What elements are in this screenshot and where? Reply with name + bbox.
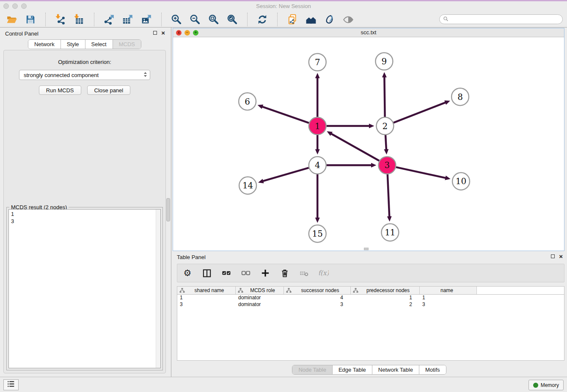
tab-select[interactable]: Select: [85, 40, 113, 49]
graph-node-14[interactable]: 14: [239, 177, 256, 194]
network-canvas[interactable]: 1234678910111415: [173, 37, 564, 251]
graph-node-label: 15: [312, 229, 323, 239]
minimize-window-icon[interactable]: [12, 3, 18, 9]
toggle-visibility-button[interactable]: [341, 13, 356, 26]
memory-button[interactable]: Memory: [528, 380, 564, 390]
add-column-button[interactable]: [259, 267, 271, 279]
canvas-resize-grip[interactable]: [364, 248, 369, 250]
zoom-in-button[interactable]: [169, 13, 184, 26]
graph-node-4[interactable]: 4: [309, 157, 326, 174]
table-tab-network-table[interactable]: Network Table: [372, 365, 419, 374]
save-session-button[interactable]: [23, 13, 38, 26]
toggle-graphics-details-button[interactable]: [322, 13, 337, 26]
close-window-icon[interactable]: [3, 3, 9, 9]
maximize-window-icon[interactable]: [21, 3, 27, 9]
graph-node-9[interactable]: 9: [375, 52, 393, 70]
graph-node-10[interactable]: 10: [452, 173, 470, 190]
graph-arrowhead: [369, 124, 374, 128]
save-session-icon: [25, 14, 36, 25]
network-minimize-icon[interactable]: −: [184, 30, 190, 36]
graph-node-7[interactable]: 7: [309, 53, 326, 71]
network-close-icon[interactable]: x: [176, 30, 182, 36]
table-row[interactable]: 3dominator323: [177, 301, 564, 308]
criterion-dropdown-value: strongly connected component: [24, 72, 143, 78]
graph-node-15[interactable]: 15: [309, 225, 326, 243]
column-header-name[interactable]: name: [420, 287, 477, 294]
criterion-dropdown[interactable]: strongly connected component: [19, 70, 150, 80]
clone-network-button[interactable]: [285, 13, 300, 26]
network-window-title: scc.txt: [173, 28, 564, 37]
graph-node-6[interactable]: 6: [239, 93, 256, 110]
column-layout-icon: [202, 268, 212, 278]
toolbar-separator: [247, 13, 248, 26]
splitter-thumb[interactable]: [166, 198, 170, 221]
select-all-checkboxes-button[interactable]: [220, 267, 232, 279]
run-mcds-button[interactable]: Run MCDS: [39, 86, 81, 95]
mcds-result-area[interactable]: 13: [8, 209, 161, 368]
graph-arrowhead: [445, 176, 450, 180]
result-scrollbar[interactable]: [156, 210, 160, 368]
column-layout-button[interactable]: [201, 267, 213, 279]
graph-node-label: 1: [315, 121, 320, 131]
refresh-layout-button[interactable]: [255, 13, 270, 26]
graph-node-3[interactable]: 3: [378, 157, 396, 174]
zoom-selected-button[interactable]: [225, 13, 240, 26]
graph-edge-3-10: [396, 167, 446, 178]
table-cell: 4: [284, 295, 351, 301]
zoom-fit-icon: [208, 14, 219, 25]
table-close-icon[interactable]: ×: [559, 254, 563, 259]
memory-label: Memory: [541, 382, 559, 388]
float-panel-icon[interactable]: [153, 31, 157, 35]
zoom-out-button[interactable]: [187, 13, 203, 26]
deselect-all-checkboxes-button[interactable]: [240, 267, 252, 279]
zoom-fit-button[interactable]: [206, 13, 221, 26]
network-window-titlebar[interactable]: x − + scc.txt: [173, 28, 564, 37]
table-float-icon[interactable]: [551, 254, 555, 258]
graph-arrowhead: [315, 149, 320, 154]
import-network-button[interactable]: [53, 13, 68, 26]
tab-network[interactable]: Network: [28, 40, 61, 49]
search-box[interactable]: [439, 14, 563, 24]
table-panel-tabs: Node TableEdge TableNetwork TableMotifs: [171, 365, 567, 375]
list-icon: [6, 379, 16, 390]
table-cell: 1: [177, 295, 236, 301]
task-history-button[interactable]: [3, 379, 19, 390]
network-maximize-icon[interactable]: +: [193, 30, 198, 36]
table-cell: 3: [420, 301, 477, 308]
column-header-predecessor-nodes[interactable]: predecessor nodes: [351, 287, 420, 294]
table-tab-motifs[interactable]: Motifs: [419, 365, 446, 374]
graph-node-label: 8: [457, 92, 463, 102]
settings-gear-button[interactable]: ⚙: [182, 267, 193, 279]
add-column-icon: [261, 268, 270, 278]
tab-style[interactable]: Style: [61, 40, 85, 49]
mcds-result-text: 13: [9, 210, 155, 368]
table-tab-node-table[interactable]: Node Table: [292, 365, 332, 374]
export-table-button[interactable]: [120, 13, 135, 26]
close-panel-icon[interactable]: ×: [161, 30, 165, 35]
search-input[interactable]: [451, 17, 559, 22]
toggle-visibility-icon: [343, 14, 354, 25]
settings-gear-icon: ⚙: [184, 268, 192, 278]
delete-column-button[interactable]: [279, 267, 291, 279]
export-network-button[interactable]: [102, 13, 117, 26]
tab-mcds[interactable]: MCDS: [113, 40, 141, 49]
import-table-button[interactable]: [72, 13, 87, 26]
table-row[interactable]: 1dominator411: [177, 295, 564, 301]
close-panel-button[interactable]: Close panel: [87, 86, 131, 95]
column-header-successor-nodes[interactable]: successor nodes: [284, 287, 351, 294]
open-session-icon: [6, 14, 17, 25]
column-header-shared-name[interactable]: shared name: [177, 287, 236, 294]
table-tab-edge-table[interactable]: Edge Table: [332, 365, 372, 374]
graph-node-label: 7: [315, 57, 320, 67]
open-session-button[interactable]: [4, 13, 19, 26]
graph-node-8[interactable]: 8: [451, 88, 469, 105]
graph-node-label: 10: [456, 176, 466, 186]
result-line: 3: [11, 218, 153, 225]
graph-node-11[interactable]: 11: [381, 224, 399, 241]
column-header-MCDS-role[interactable]: MCDS role: [236, 287, 284, 294]
graph-node-2[interactable]: 2: [376, 117, 394, 135]
home-view-button[interactable]: [303, 13, 319, 26]
export-image-button[interactable]: [139, 13, 154, 26]
search-icon: [443, 16, 449, 23]
graph-node-1[interactable]: 1: [309, 117, 326, 135]
